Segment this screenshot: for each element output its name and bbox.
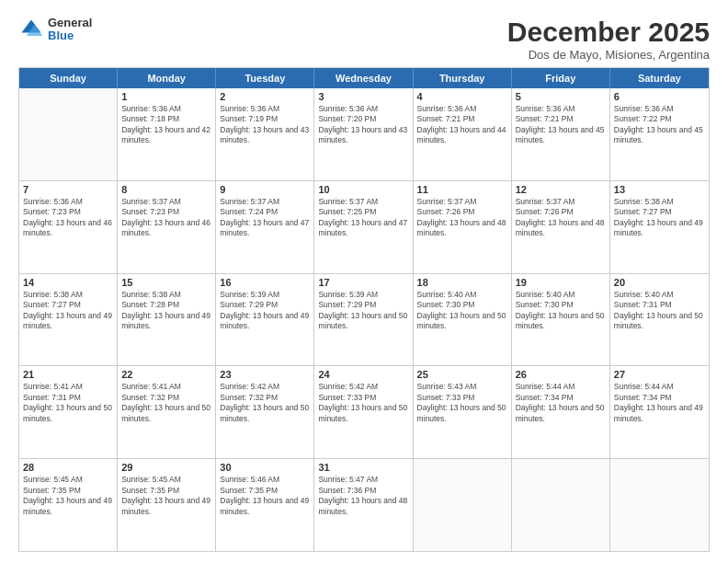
cell-info: Sunrise: 5:44 AMSunset: 7:34 PMDaylight:… bbox=[614, 382, 705, 424]
day-number: 14 bbox=[23, 277, 113, 288]
day-number: 17 bbox=[318, 277, 408, 288]
cell-info: Sunrise: 5:37 AMSunset: 7:26 PMDaylight:… bbox=[516, 197, 606, 239]
day-number: 9 bbox=[220, 184, 310, 195]
day-number: 4 bbox=[417, 91, 507, 102]
calendar-cell: 8Sunrise: 5:37 AMSunset: 7:23 PMDaylight… bbox=[118, 181, 216, 273]
cell-info: Sunrise: 5:37 AMSunset: 7:25 PMDaylight:… bbox=[318, 197, 408, 239]
calendar-header-row: SundayMondayTuesdayWednesdayThursdayFrid… bbox=[19, 68, 709, 88]
day-number: 10 bbox=[318, 184, 408, 195]
logo-blue-text: Blue bbox=[48, 29, 92, 42]
calendar-day-header: Saturday bbox=[610, 68, 709, 88]
cell-info: Sunrise: 5:36 AMSunset: 7:23 PMDaylight:… bbox=[23, 197, 113, 239]
cell-info: Sunrise: 5:36 AMSunset: 7:20 PMDaylight:… bbox=[318, 104, 408, 146]
day-number: 5 bbox=[516, 91, 606, 102]
calendar-cell: 27Sunrise: 5:44 AMSunset: 7:34 PMDayligh… bbox=[610, 366, 709, 458]
calendar-cell: 19Sunrise: 5:40 AMSunset: 7:30 PMDayligh… bbox=[512, 274, 610, 366]
calendar-cell: 20Sunrise: 5:40 AMSunset: 7:31 PMDayligh… bbox=[610, 274, 709, 366]
day-number: 7 bbox=[23, 184, 113, 195]
day-number: 2 bbox=[220, 91, 310, 102]
calendar-cell: 24Sunrise: 5:42 AMSunset: 7:33 PMDayligh… bbox=[314, 366, 413, 458]
cell-info: Sunrise: 5:47 AMSunset: 7:36 PMDaylight:… bbox=[318, 475, 408, 517]
day-number: 29 bbox=[121, 462, 211, 473]
cell-info: Sunrise: 5:40 AMSunset: 7:30 PMDaylight:… bbox=[417, 290, 507, 332]
cell-info: Sunrise: 5:45 AMSunset: 7:35 PMDaylight:… bbox=[121, 475, 211, 517]
day-number: 28 bbox=[23, 462, 113, 473]
calendar-cell: 2Sunrise: 5:36 AMSunset: 7:19 PMDaylight… bbox=[216, 88, 314, 180]
calendar-day-header: Friday bbox=[512, 68, 610, 88]
calendar-day-header: Monday bbox=[118, 68, 216, 88]
day-number: 11 bbox=[417, 184, 507, 195]
calendar: SundayMondayTuesdayWednesdayThursdayFrid… bbox=[18, 67, 710, 552]
calendar-cell: 14Sunrise: 5:38 AMSunset: 7:27 PMDayligh… bbox=[19, 274, 118, 366]
header: General Blue December 2025 Dos de Mayo, … bbox=[18, 17, 710, 62]
day-number: 1 bbox=[121, 91, 211, 102]
day-number: 19 bbox=[516, 277, 606, 288]
cell-info: Sunrise: 5:41 AMSunset: 7:31 PMDaylight:… bbox=[23, 382, 113, 424]
calendar-cell: 1Sunrise: 5:36 AMSunset: 7:18 PMDaylight… bbox=[118, 88, 216, 180]
cell-info: Sunrise: 5:37 AMSunset: 7:24 PMDaylight:… bbox=[220, 197, 310, 239]
cell-info: Sunrise: 5:42 AMSunset: 7:33 PMDaylight:… bbox=[318, 382, 408, 424]
cell-info: Sunrise: 5:40 AMSunset: 7:31 PMDaylight:… bbox=[614, 290, 705, 332]
title-block: December 2025 Dos de Mayo, Misiones, Arg… bbox=[507, 17, 710, 62]
calendar-week-row: 1Sunrise: 5:36 AMSunset: 7:18 PMDaylight… bbox=[19, 88, 709, 181]
cell-info: Sunrise: 5:36 AMSunset: 7:21 PMDaylight:… bbox=[516, 104, 606, 146]
page: General Blue December 2025 Dos de Mayo, … bbox=[0, 0, 728, 563]
day-number: 31 bbox=[318, 462, 408, 473]
month-title: December 2025 bbox=[507, 17, 710, 48]
day-number: 8 bbox=[121, 184, 211, 195]
calendar-cell: 22Sunrise: 5:41 AMSunset: 7:32 PMDayligh… bbox=[118, 366, 216, 458]
calendar-cell: 11Sunrise: 5:37 AMSunset: 7:26 PMDayligh… bbox=[414, 181, 512, 273]
calendar-cell: 29Sunrise: 5:45 AMSunset: 7:35 PMDayligh… bbox=[118, 459, 216, 551]
calendar-cell: 23Sunrise: 5:42 AMSunset: 7:32 PMDayligh… bbox=[216, 366, 314, 458]
calendar-cell: 4Sunrise: 5:36 AMSunset: 7:21 PMDaylight… bbox=[414, 88, 512, 180]
cell-info: Sunrise: 5:36 AMSunset: 7:22 PMDaylight:… bbox=[614, 104, 705, 146]
logo-text: General Blue bbox=[48, 17, 92, 43]
day-number: 15 bbox=[121, 277, 211, 288]
day-number: 30 bbox=[220, 462, 310, 473]
calendar-cell: 18Sunrise: 5:40 AMSunset: 7:30 PMDayligh… bbox=[414, 274, 512, 366]
day-number: 26 bbox=[516, 369, 606, 380]
day-number: 27 bbox=[614, 369, 705, 380]
day-number: 24 bbox=[318, 369, 408, 380]
cell-info: Sunrise: 5:37 AMSunset: 7:23 PMDaylight:… bbox=[121, 197, 211, 239]
cell-info: Sunrise: 5:36 AMSunset: 7:18 PMDaylight:… bbox=[121, 104, 211, 146]
cell-info: Sunrise: 5:46 AMSunset: 7:35 PMDaylight:… bbox=[220, 475, 310, 517]
cell-info: Sunrise: 5:41 AMSunset: 7:32 PMDaylight:… bbox=[121, 382, 211, 424]
cell-info: Sunrise: 5:43 AMSunset: 7:33 PMDaylight:… bbox=[417, 382, 507, 424]
logo-general-text: General bbox=[48, 17, 92, 29]
calendar-cell: 31Sunrise: 5:47 AMSunset: 7:36 PMDayligh… bbox=[314, 459, 413, 551]
calendar-cell: 6Sunrise: 5:36 AMSunset: 7:22 PMDaylight… bbox=[610, 88, 709, 180]
calendar-cell: 25Sunrise: 5:43 AMSunset: 7:33 PMDayligh… bbox=[414, 366, 512, 458]
calendar-day-header: Sunday bbox=[19, 68, 118, 88]
cell-info: Sunrise: 5:36 AMSunset: 7:21 PMDaylight:… bbox=[417, 104, 507, 146]
day-number: 18 bbox=[417, 277, 507, 288]
cell-info: Sunrise: 5:37 AMSunset: 7:26 PMDaylight:… bbox=[417, 197, 507, 239]
cell-info: Sunrise: 5:36 AMSunset: 7:19 PMDaylight:… bbox=[220, 104, 310, 146]
calendar-cell: 12Sunrise: 5:37 AMSunset: 7:26 PMDayligh… bbox=[512, 181, 610, 273]
calendar-day-header: Wednesday bbox=[314, 68, 413, 88]
day-number: 23 bbox=[220, 369, 310, 380]
subtitle: Dos de Mayo, Misiones, Argentina bbox=[507, 48, 710, 62]
cell-info: Sunrise: 5:45 AMSunset: 7:35 PMDaylight:… bbox=[23, 475, 113, 517]
calendar-day-header: Tuesday bbox=[216, 68, 314, 88]
day-number: 12 bbox=[516, 184, 606, 195]
day-number: 22 bbox=[121, 369, 211, 380]
calendar-cell: 16Sunrise: 5:39 AMSunset: 7:29 PMDayligh… bbox=[216, 274, 314, 366]
calendar-cell bbox=[610, 459, 709, 551]
calendar-cell: 7Sunrise: 5:36 AMSunset: 7:23 PMDaylight… bbox=[19, 181, 118, 273]
day-number: 3 bbox=[318, 91, 408, 102]
logo: General Blue bbox=[18, 17, 92, 43]
calendar-cell bbox=[512, 459, 610, 551]
calendar-cell: 15Sunrise: 5:38 AMSunset: 7:28 PMDayligh… bbox=[118, 274, 216, 366]
day-number: 16 bbox=[220, 277, 310, 288]
cell-info: Sunrise: 5:44 AMSunset: 7:34 PMDaylight:… bbox=[516, 382, 606, 424]
calendar-cell: 26Sunrise: 5:44 AMSunset: 7:34 PMDayligh… bbox=[512, 366, 610, 458]
cell-info: Sunrise: 5:38 AMSunset: 7:27 PMDaylight:… bbox=[23, 290, 113, 332]
calendar-week-row: 14Sunrise: 5:38 AMSunset: 7:27 PMDayligh… bbox=[19, 274, 709, 367]
calendar-cell: 10Sunrise: 5:37 AMSunset: 7:25 PMDayligh… bbox=[314, 181, 413, 273]
calendar-cell: 28Sunrise: 5:45 AMSunset: 7:35 PMDayligh… bbox=[19, 459, 118, 551]
day-number: 6 bbox=[614, 91, 705, 102]
cell-info: Sunrise: 5:40 AMSunset: 7:30 PMDaylight:… bbox=[516, 290, 606, 332]
day-number: 20 bbox=[614, 277, 705, 288]
day-number: 21 bbox=[23, 369, 113, 380]
